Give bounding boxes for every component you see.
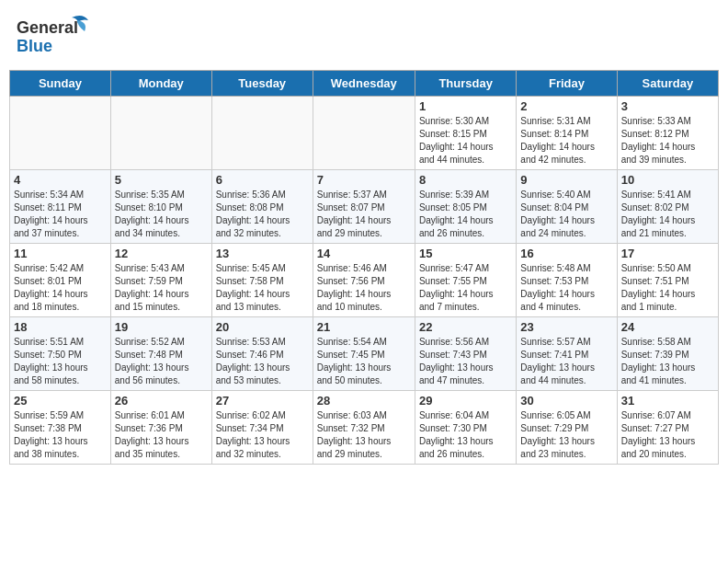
calendar-cell: 2Sunrise: 5:31 AM Sunset: 8:14 PM Daylig… <box>517 97 617 170</box>
day-info: Sunrise: 5:50 AM Sunset: 7:51 PM Dayligh… <box>621 262 714 314</box>
day-info: Sunrise: 5:31 AM Sunset: 8:14 PM Dayligh… <box>520 115 612 167</box>
day-info: Sunrise: 5:56 AM Sunset: 7:43 PM Dayligh… <box>419 336 512 387</box>
day-number: 3 <box>621 99 714 113</box>
calendar-cell: 26Sunrise: 6:01 AM Sunset: 7:36 PM Dayli… <box>110 391 211 465</box>
day-info: Sunrise: 5:35 AM Sunset: 8:10 PM Dayligh… <box>115 189 208 240</box>
day-number: 25 <box>14 394 107 408</box>
day-info: Sunrise: 5:30 AM Sunset: 8:15 PM Dayligh… <box>419 115 512 167</box>
calendar-cell: 15Sunrise: 5:47 AM Sunset: 7:55 PM Dayli… <box>415 244 516 317</box>
calendar-cell: 8Sunrise: 5:39 AM Sunset: 8:05 PM Daylig… <box>415 170 516 244</box>
svg-text:Blue: Blue <box>17 37 52 55</box>
day-header-sunday: Sunday <box>10 71 111 97</box>
day-info: Sunrise: 6:05 AM Sunset: 7:29 PM Dayligh… <box>520 409 612 461</box>
day-info: Sunrise: 5:57 AM Sunset: 7:41 PM Dayligh… <box>520 336 612 387</box>
day-header-monday: Monday <box>110 71 211 97</box>
calendar-cell: 20Sunrise: 5:53 AM Sunset: 7:46 PM Dayli… <box>211 317 313 391</box>
day-number: 8 <box>419 173 512 187</box>
day-number: 4 <box>14 173 107 187</box>
calendar-cell: 7Sunrise: 5:37 AM Sunset: 8:07 PM Daylig… <box>313 170 415 244</box>
day-info: Sunrise: 5:36 AM Sunset: 8:08 PM Dayligh… <box>216 189 309 240</box>
day-info: Sunrise: 6:04 AM Sunset: 7:30 PM Dayligh… <box>419 409 512 461</box>
day-header-wednesday: Wednesday <box>313 71 415 97</box>
calendar-week-2: 4Sunrise: 5:34 AM Sunset: 8:11 PM Daylig… <box>10 170 719 244</box>
day-number: 18 <box>14 320 107 334</box>
day-info: Sunrise: 5:47 AM Sunset: 7:55 PM Dayligh… <box>419 262 512 314</box>
day-info: Sunrise: 5:43 AM Sunset: 7:59 PM Dayligh… <box>115 262 208 314</box>
day-number: 12 <box>115 247 208 260</box>
calendar-cell <box>110 97 211 170</box>
day-info: Sunrise: 5:58 AM Sunset: 7:39 PM Dayligh… <box>621 336 714 387</box>
day-info: Sunrise: 5:46 AM Sunset: 7:56 PM Dayligh… <box>317 262 411 314</box>
day-info: Sunrise: 6:07 AM Sunset: 7:27 PM Dayligh… <box>621 409 714 461</box>
calendar-cell: 5Sunrise: 5:35 AM Sunset: 8:10 PM Daylig… <box>110 170 211 244</box>
day-number: 10 <box>621 173 714 187</box>
calendar-cell: 23Sunrise: 5:57 AM Sunset: 7:41 PM Dayli… <box>517 317 617 391</box>
calendar-cell: 14Sunrise: 5:46 AM Sunset: 7:56 PM Dayli… <box>313 244 415 317</box>
calendar-cell: 19Sunrise: 5:52 AM Sunset: 7:48 PM Dayli… <box>110 317 211 391</box>
day-info: Sunrise: 5:45 AM Sunset: 7:58 PM Dayligh… <box>216 262 309 314</box>
day-number: 15 <box>419 247 512 260</box>
calendar-cell: 29Sunrise: 6:04 AM Sunset: 7:30 PM Dayli… <box>415 391 516 465</box>
day-info: Sunrise: 5:41 AM Sunset: 8:02 PM Dayligh… <box>621 189 714 240</box>
calendar-cell: 10Sunrise: 5:41 AM Sunset: 8:02 PM Dayli… <box>617 170 718 244</box>
day-header-tuesday: Tuesday <box>211 71 313 97</box>
day-number: 11 <box>14 247 107 260</box>
calendar-cell: 24Sunrise: 5:58 AM Sunset: 7:39 PM Dayli… <box>617 317 718 391</box>
day-info: Sunrise: 5:33 AM Sunset: 8:12 PM Dayligh… <box>621 115 714 167</box>
calendar-cell: 11Sunrise: 5:42 AM Sunset: 8:01 PM Dayli… <box>10 244 111 317</box>
logo: GeneralBlue <box>17 13 90 59</box>
day-number: 16 <box>520 247 612 260</box>
day-info: Sunrise: 5:52 AM Sunset: 7:48 PM Dayligh… <box>115 336 208 387</box>
calendar-week-4: 18Sunrise: 5:51 AM Sunset: 7:50 PM Dayli… <box>10 317 719 391</box>
calendar-cell: 27Sunrise: 6:02 AM Sunset: 7:34 PM Dayli… <box>211 391 313 465</box>
calendar-cell: 9Sunrise: 5:40 AM Sunset: 8:04 PM Daylig… <box>517 170 617 244</box>
day-number: 13 <box>216 247 309 260</box>
day-info: Sunrise: 5:53 AM Sunset: 7:46 PM Dayligh… <box>216 336 309 387</box>
day-header-thursday: Thursday <box>415 71 516 97</box>
calendar-cell <box>10 97 111 170</box>
logo-svg: GeneralBlue <box>17 13 90 59</box>
day-number: 19 <box>115 320 208 334</box>
calendar-cell: 4Sunrise: 5:34 AM Sunset: 8:11 PM Daylig… <box>10 170 111 244</box>
day-info: Sunrise: 6:01 AM Sunset: 7:36 PM Dayligh… <box>115 409 208 461</box>
calendar-week-5: 25Sunrise: 5:59 AM Sunset: 7:38 PM Dayli… <box>10 391 719 465</box>
day-number: 30 <box>520 394 612 408</box>
day-number: 9 <box>520 173 612 187</box>
day-info: Sunrise: 5:42 AM Sunset: 8:01 PM Dayligh… <box>14 262 107 314</box>
calendar-cell <box>313 97 415 170</box>
page-header: GeneralBlue <box>9 9 719 63</box>
calendar-cell: 28Sunrise: 6:03 AM Sunset: 7:32 PM Dayli… <box>313 391 415 465</box>
day-info: Sunrise: 5:40 AM Sunset: 8:04 PM Dayligh… <box>520 189 612 240</box>
calendar-week-3: 11Sunrise: 5:42 AM Sunset: 8:01 PM Dayli… <box>10 244 719 317</box>
day-number: 26 <box>115 394 208 408</box>
day-number: 27 <box>216 394 309 408</box>
calendar-cell: 18Sunrise: 5:51 AM Sunset: 7:50 PM Dayli… <box>10 317 111 391</box>
day-info: Sunrise: 6:03 AM Sunset: 7:32 PM Dayligh… <box>317 409 411 461</box>
day-number: 1 <box>419 99 512 113</box>
calendar-table: SundayMondayTuesdayWednesdayThursdayFrid… <box>9 70 719 465</box>
calendar-cell: 13Sunrise: 5:45 AM Sunset: 7:58 PM Dayli… <box>211 244 313 317</box>
day-number: 14 <box>317 247 411 260</box>
day-header-saturday: Saturday <box>617 71 718 97</box>
day-number: 5 <box>115 173 208 187</box>
calendar-cell <box>211 97 313 170</box>
calendar-cell: 3Sunrise: 5:33 AM Sunset: 8:12 PM Daylig… <box>617 97 718 170</box>
calendar-cell: 31Sunrise: 6:07 AM Sunset: 7:27 PM Dayli… <box>617 391 718 465</box>
day-info: Sunrise: 5:37 AM Sunset: 8:07 PM Dayligh… <box>317 189 411 240</box>
day-number: 28 <box>317 394 411 408</box>
calendar-cell: 30Sunrise: 6:05 AM Sunset: 7:29 PM Dayli… <box>517 391 617 465</box>
day-number: 22 <box>419 320 512 334</box>
day-number: 31 <box>621 394 714 408</box>
calendar-cell: 1Sunrise: 5:30 AM Sunset: 8:15 PM Daylig… <box>415 97 516 170</box>
calendar-header-row: SundayMondayTuesdayWednesdayThursdayFrid… <box>10 71 719 97</box>
day-info: Sunrise: 5:48 AM Sunset: 7:53 PM Dayligh… <box>520 262 612 314</box>
calendar-cell: 17Sunrise: 5:50 AM Sunset: 7:51 PM Dayli… <box>617 244 718 317</box>
day-number: 23 <box>520 320 612 334</box>
day-number: 29 <box>419 394 512 408</box>
day-info: Sunrise: 5:59 AM Sunset: 7:38 PM Dayligh… <box>14 409 107 461</box>
calendar-cell: 12Sunrise: 5:43 AM Sunset: 7:59 PM Dayli… <box>110 244 211 317</box>
day-info: Sunrise: 5:39 AM Sunset: 8:05 PM Dayligh… <box>419 189 512 240</box>
day-header-friday: Friday <box>517 71 617 97</box>
day-info: Sunrise: 5:54 AM Sunset: 7:45 PM Dayligh… <box>317 336 411 387</box>
day-number: 2 <box>520 99 612 113</box>
